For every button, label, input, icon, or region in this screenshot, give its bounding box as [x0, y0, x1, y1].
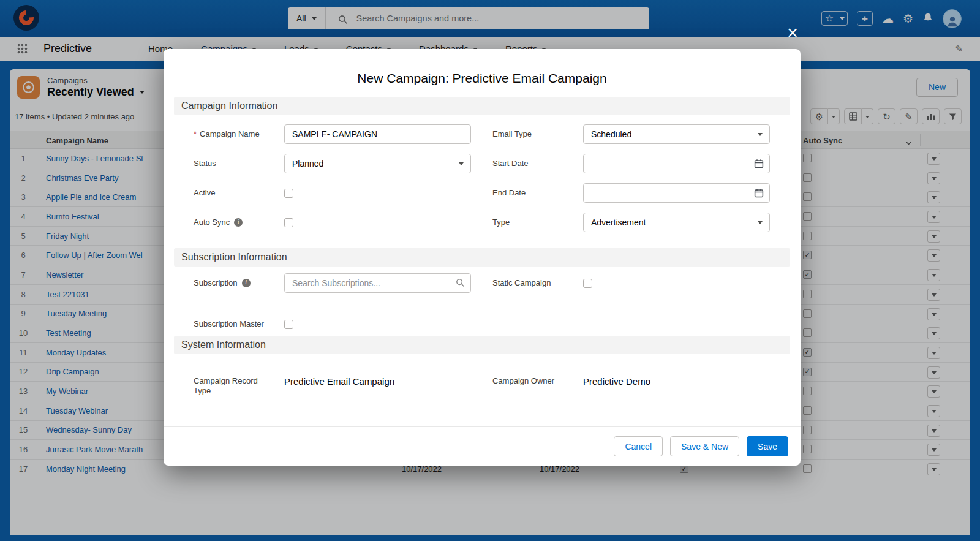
type-select[interactable]: Advertisement [583, 213, 770, 232]
field-label: Status [194, 154, 284, 173]
info-icon[interactable]: i [242, 279, 251, 287]
email-type-select[interactable]: Scheduled [583, 124, 770, 144]
subscription-master-checkbox[interactable] [284, 320, 293, 329]
field-label: Start Date [492, 154, 583, 173]
required-asterisk: * [194, 129, 197, 139]
field-label: Campaign Record Type [194, 371, 284, 396]
save-and-new-button[interactable]: Save & New [670, 436, 739, 456]
field-label: Subscriptioni [194, 273, 284, 293]
subscription-search-input[interactable] [284, 273, 471, 293]
cancel-button[interactable]: Cancel [614, 436, 663, 456]
calendar-icon[interactable] [754, 159, 764, 168]
field-campaign-name: *Campaign Name [194, 124, 471, 144]
field-label: Type [492, 213, 583, 232]
field-active: Active [194, 183, 471, 203]
auto-sync-checkbox[interactable] [284, 218, 293, 227]
active-checkbox[interactable] [284, 189, 293, 198]
info-icon[interactable]: i [234, 218, 243, 227]
new-campaign-modal: × New Campaign: Predictive Email Campaig… [164, 49, 801, 466]
field-auto-sync: Auto Synci [194, 213, 471, 232]
section-campaign-information: Campaign Information [174, 97, 790, 115]
campaign-owner-value: Predictive Demo [583, 371, 650, 396]
field-end-date: End Date [492, 183, 770, 203]
field-label: Static Campaign [492, 273, 583, 293]
field-label: Active [194, 183, 284, 203]
start-date-input[interactable] [583, 154, 770, 173]
end-date-input[interactable] [583, 183, 770, 203]
field-label: Subscription Master [194, 314, 284, 334]
field-label: Email Type [492, 124, 583, 144]
field-label: *Campaign Name [194, 124, 284, 144]
search-icon [456, 278, 465, 287]
close-icon[interactable]: × [787, 23, 798, 42]
section-subscription-information: Subscription Information [174, 248, 790, 267]
field-subscription-master: Subscription Master [194, 314, 471, 334]
campaign-name-input[interactable] [284, 124, 471, 144]
field-status: Status Planned [194, 154, 471, 173]
status-select[interactable]: Planned [284, 154, 471, 173]
field-subscription: Subscriptioni [194, 273, 471, 293]
campaign-record-type-value: Predictive Email Campaign [284, 371, 394, 396]
field-label: Campaign Owner [492, 371, 583, 396]
field-email-type: Email Type Scheduled [492, 124, 770, 144]
field-campaign-record-type: Campaign Record Type Predictive Email Ca… [194, 371, 471, 396]
save-button[interactable]: Save [747, 436, 788, 456]
field-start-date: Start Date [492, 154, 770, 173]
field-label: End Date [492, 183, 583, 203]
modal-title: New Campaign: Predictive Email Campaign [164, 49, 801, 97]
static-campaign-checkbox[interactable] [583, 279, 592, 288]
field-type: Type Advertisement [492, 213, 770, 232]
field-static-campaign: Static Campaign [492, 273, 770, 293]
modal-footer: Cancel Save & New Save [164, 426, 801, 466]
field-campaign-owner: Campaign Owner Predictive Demo [492, 371, 770, 396]
section-system-information: System Information [174, 336, 790, 354]
calendar-icon[interactable] [754, 188, 764, 198]
field-label: Auto Synci [194, 213, 284, 232]
